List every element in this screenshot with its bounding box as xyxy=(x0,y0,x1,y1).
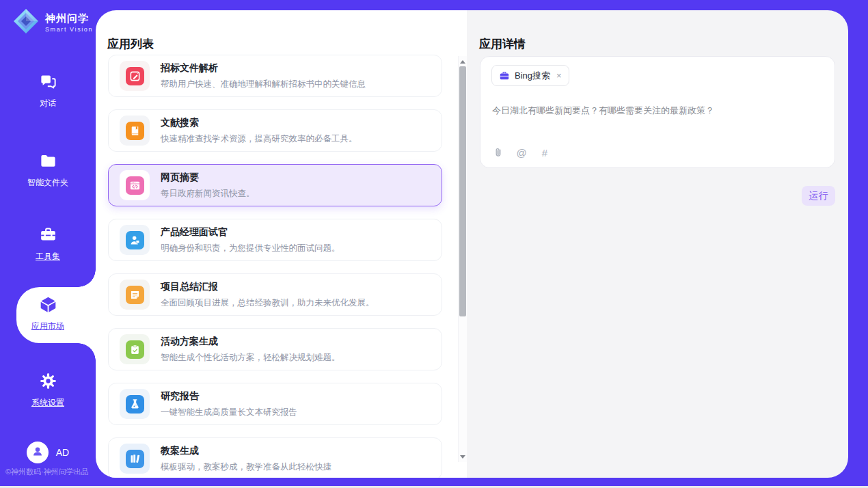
gear-icon xyxy=(39,372,57,390)
webpage-code-icon xyxy=(126,176,144,195)
app-description: 快速精准查找学术资源，提高研究效率的必备工具。 xyxy=(161,133,357,145)
run-button[interactable]: 运行 xyxy=(802,186,835,206)
research-icon xyxy=(126,395,144,414)
app-icon-tile xyxy=(120,334,150,364)
app-icon-tile xyxy=(120,280,150,310)
copyright-footer: ©神州数码·神州问学出品 xyxy=(5,467,96,477)
sidebar-item-label: 智能文件夹 xyxy=(0,177,96,189)
app-list-item[interactable]: 教案生成 模板驱动，教案秒成，教学准备从此轻松快捷 xyxy=(108,437,442,478)
at-icon[interactable]: @ xyxy=(515,146,528,159)
app-title: 文献搜索 xyxy=(161,117,357,129)
sidebar-item-chat[interactable]: 对话 xyxy=(0,72,96,109)
chip-close-icon[interactable]: × xyxy=(556,71,562,80)
app-list-panel: 应用列表 招标文件解析 帮助用户快速、准确地理解和解析招标书中的关键信息 文献搜… xyxy=(96,10,467,478)
interviewer-icon xyxy=(126,231,144,249)
clipboard-check-icon xyxy=(126,340,144,359)
sidebar-item-label: 对话 xyxy=(0,98,96,109)
sidebar-item-label: 系统设置 xyxy=(0,397,96,409)
app-description: 一键智能生成高质量长文本研究报告 xyxy=(161,407,297,418)
app-title: 教案生成 xyxy=(161,445,331,457)
user-avatar-icon xyxy=(31,444,44,461)
app-list-item[interactable]: 活动方案生成 智能生成个性化活动方案，轻松解决规划难题。 xyxy=(108,328,442,370)
app-text: 研究报告 一键智能生成高质量长文本研究报告 xyxy=(161,390,297,418)
chat-icon xyxy=(39,72,57,91)
sidebar-item-label: 工具集 xyxy=(0,251,96,262)
sidebar: 神州问学 Smart Vision 对话 智能文件夹 工具集 应用市场 系统设置… xyxy=(0,0,96,486)
sidebar-item-app-market[interactable]: 应用市场 xyxy=(0,295,96,332)
user-account[interactable]: AD xyxy=(0,442,96,463)
app-title: 招标文件解析 xyxy=(161,62,366,74)
bubble-fillet-top xyxy=(78,269,96,287)
app-title: 活动方案生成 xyxy=(161,336,340,348)
app-title: 产品经理面试官 xyxy=(161,226,340,239)
composer-toolbar: @# xyxy=(492,146,551,159)
bubble-fillet-bottom xyxy=(78,343,96,361)
app-icon-tile xyxy=(120,444,150,474)
app-icon-tile xyxy=(120,116,150,146)
brand-logo: 神州问学 Smart Vision xyxy=(12,8,93,38)
app-list-item[interactable]: 产品经理面试官 明确身份和职责，为您提供专业性的面试问题。 xyxy=(108,219,442,261)
toolbox-icon xyxy=(39,226,57,244)
scrollbar-thumb[interactable] xyxy=(459,66,466,316)
app-list: 招标文件解析 帮助用户快速、准确地理解和解析招标书中的关键信息 文献搜索 快速精… xyxy=(108,55,442,478)
note-icon xyxy=(126,286,144,304)
list-scrollbar[interactable] xyxy=(458,56,467,462)
avatar xyxy=(27,442,49,463)
app-text: 招标文件解析 帮助用户快速、准确地理解和解析招标书中的关键信息 xyxy=(161,62,366,90)
sidebar-item-toolset[interactable]: 工具集 xyxy=(0,226,96,262)
tool-chip-bing-search[interactable]: Bing搜索 × xyxy=(491,65,569,86)
app-text: 文献搜索 快速精准查找学术资源，提高研究效率的必备工具。 xyxy=(161,117,357,145)
app-icon-tile xyxy=(120,170,150,200)
app-detail-title: 应用详情 xyxy=(479,36,526,52)
app-description: 智能生成个性化活动方案，轻松解决规划难题。 xyxy=(161,352,340,364)
app-text: 教案生成 模板驱动，教案秒成，教学准备从此轻松快捷 xyxy=(161,445,331,473)
briefcase-icon xyxy=(499,70,510,81)
triangle-down-icon xyxy=(460,455,465,459)
app-text: 项目总结汇报 全面回顾项目进展，总结经验教训，助力未来优化发展。 xyxy=(161,281,375,309)
books-icon xyxy=(126,450,144,468)
triangle-up-icon xyxy=(460,60,465,64)
edit-document-icon xyxy=(126,67,144,85)
app-list-item[interactable]: 网页摘要 每日政府新闻资讯快查。 xyxy=(108,164,442,206)
app-title: 网页摘要 xyxy=(161,172,255,184)
tool-chip-label: Bing搜索 xyxy=(515,70,550,82)
brand-name: 神州问学 xyxy=(45,12,89,24)
app-icon-tile xyxy=(120,61,150,91)
app-list-item[interactable]: 项目总结汇报 全面回顾项目进展，总结经验教训，助力未来优化发展。 xyxy=(108,273,442,316)
app-icon-tile xyxy=(120,389,150,419)
book-icon xyxy=(126,122,144,140)
prompt-composer-card: Bing搜索 × 今日湖北有哪些新闻要点？有哪些需要关注的最新政策？ @# xyxy=(480,56,835,168)
brand-subtitle: Smart Vision xyxy=(45,26,93,33)
folder-icon xyxy=(39,152,57,170)
cube-icon xyxy=(39,295,57,314)
app-list-item[interactable]: 招标文件解析 帮助用户快速、准确地理解和解析招标书中的关键信息 xyxy=(108,55,442,97)
app-description: 明确身份和职责，为您提供专业性的面试问题。 xyxy=(161,243,340,254)
app-text: 网页摘要 每日政府新闻资讯快查。 xyxy=(161,172,255,200)
question-input[interactable]: 今日湖北有哪些新闻要点？有哪些需要关注的最新政策？ xyxy=(492,104,824,118)
app-text: 活动方案生成 智能生成个性化活动方案，轻松解决规划难题。 xyxy=(161,336,340,364)
app-list-title: 应用列表 xyxy=(107,36,154,52)
app-description: 帮助用户快速、准确地理解和解析招标书中的关键信息 xyxy=(161,79,366,90)
app-text: 产品经理面试官 明确身份和职责，为您提供专业性的面试问题。 xyxy=(161,226,340,254)
user-initials: AD xyxy=(56,447,69,458)
app-icon-tile xyxy=(120,225,150,255)
app-title: 项目总结汇报 xyxy=(161,281,375,293)
scroll-up-button[interactable] xyxy=(459,57,467,66)
app-description: 每日政府新闻资讯快查。 xyxy=(161,188,255,200)
hash-icon[interactable]: # xyxy=(539,146,551,159)
sidebar-item-smart-folder[interactable]: 智能文件夹 xyxy=(0,152,96,189)
app-title: 研究报告 xyxy=(161,390,297,403)
app-description: 模板驱动，教案秒成，教学准备从此轻松快捷 xyxy=(161,461,331,473)
diamond-logo-icon xyxy=(12,8,40,38)
app-detail-panel: 应用详情 Bing搜索 × 今日湖北有哪些新闻要点？有哪些需要关注的最新政策？ … xyxy=(467,10,848,478)
sidebar-item-label: 应用市场 xyxy=(0,321,96,332)
paperclip-icon[interactable] xyxy=(492,146,504,159)
app-description: 全面回顾项目进展，总结经验教训，助力未来优化发展。 xyxy=(161,297,375,309)
scroll-down-button[interactable] xyxy=(459,452,467,461)
app-list-item[interactable]: 文献搜索 快速精准查找学术资源，提高研究效率的必备工具。 xyxy=(108,109,442,152)
app-list-item[interactable]: 研究报告 一键智能生成高质量长文本研究报告 xyxy=(108,383,442,425)
sidebar-item-settings[interactable]: 系统设置 xyxy=(0,372,96,409)
main-container: 应用列表 招标文件解析 帮助用户快速、准确地理解和解析招标书中的关键信息 文献搜… xyxy=(96,10,848,478)
